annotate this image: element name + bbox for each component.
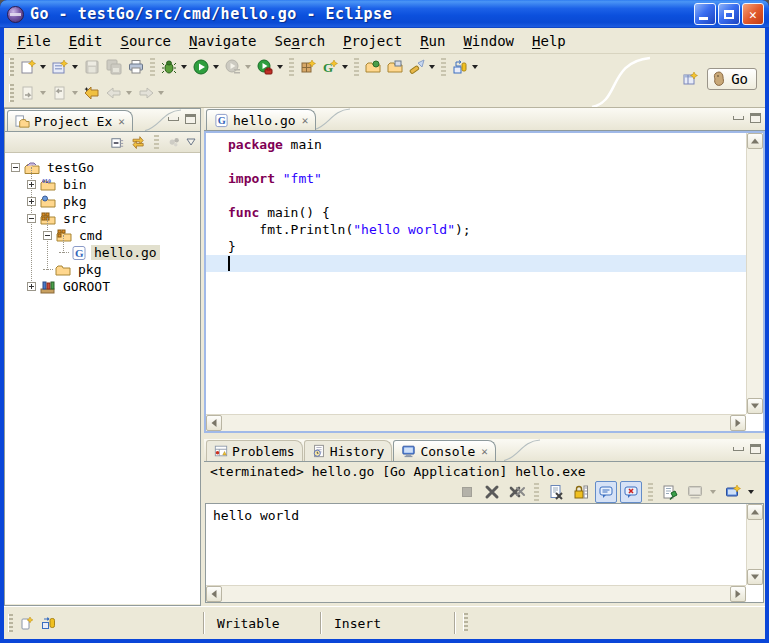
tab-console[interactable]: Console ✕ [393,440,495,461]
next-annotation-button[interactable] [17,82,39,104]
terminate-button[interactable] [456,481,478,503]
maximize-view-button[interactable] [750,113,761,123]
maximize-view-button[interactable] [185,114,196,124]
show-stdout-button[interactable] [595,481,617,503]
scroll-down-button[interactable] [747,569,763,585]
code-content[interactable]: package main import "fmt" func main() { … [206,133,746,414]
forward-button[interactable] [135,82,157,104]
go-perspective-button[interactable]: Go [707,68,757,90]
console-output-area[interactable]: hello world [205,503,764,603]
menu-navigate[interactable]: Navigate [180,31,265,51]
link-with-editor-icon[interactable] [130,135,146,150]
console-vertical-scrollbar[interactable] [746,504,763,585]
build-sync-button[interactable] [38,612,60,634]
open-godoc-button[interactable] [362,56,384,78]
scroll-down-button[interactable] [747,398,763,414]
close-icon[interactable]: ✕ [302,114,309,127]
collapse-expander-icon[interactable] [27,214,36,223]
back-dropdown[interactable] [126,91,132,95]
scroll-up-button[interactable] [747,504,763,520]
tree-item-testgo[interactable]: testGo [5,159,200,176]
fast-view-button[interactable] [16,612,38,634]
external-tools-button[interactable] [254,56,276,78]
forward-dropdown[interactable] [158,91,164,95]
tree-item-hello-go[interactable]: G hello.go [5,244,200,261]
display-console-button[interactable] [684,481,706,503]
tree-item-goroot[interactable]: GOROOT [5,278,200,295]
editor-vertical-scrollbar[interactable] [746,133,763,414]
scroll-right-button[interactable] [730,415,746,431]
run-config-button[interactable] [222,56,244,78]
view-filter-icon[interactable] [167,135,181,149]
open-perspective-button[interactable] [679,68,701,90]
previous-annotation-button[interactable] [49,82,71,104]
tab-history[interactable]: History [304,440,393,461]
scroll-lock-button[interactable] [570,481,592,503]
tree-item-cmd[interactable]: cmd [5,227,200,244]
tab-project-explorer[interactable]: Project Ex ✕ [7,110,133,131]
previous-annotation-dropdown[interactable] [72,91,78,95]
expand-expander-icon[interactable] [27,282,36,291]
pin-console-button[interactable] [659,481,681,503]
editor-horizontal-scrollbar[interactable] [206,414,746,431]
new-go-element-button[interactable] [49,56,71,78]
clear-console-button[interactable] [545,481,567,503]
debug-dropdown[interactable] [181,65,187,69]
menu-file[interactable]: File [8,31,60,51]
menu-run[interactable]: Run [411,31,454,51]
statusbar-grip[interactable] [8,614,13,632]
open-console-button[interactable] [722,481,744,503]
code-editor[interactable]: package main import "fmt" func main() { … [204,131,765,433]
menu-help[interactable]: Help [523,31,575,51]
next-annotation-dropdown[interactable] [40,91,46,95]
expand-expander-icon[interactable] [27,197,36,206]
menu-window[interactable]: Window [454,31,523,51]
maximize-view-button[interactable] [750,444,761,454]
tree-item-src[interactable]: src [5,210,200,227]
minimize-button[interactable] [694,3,716,25]
new-go-element-dropdown[interactable] [72,65,78,69]
menu-search[interactable]: Search [266,31,335,51]
minimize-view-button[interactable] [733,116,744,120]
collapse-expander-icon[interactable] [11,163,20,172]
toggle-annotations-dropdown[interactable] [472,65,478,69]
show-stderr-button[interactable] [620,481,642,503]
scroll-up-button[interactable] [747,133,763,149]
tab-problems[interactable]: Problems [206,440,303,461]
tree-item-bin[interactable]: 010 bin [5,176,200,193]
toolbar-grip[interactable] [9,58,14,76]
run-button[interactable] [190,56,212,78]
scroll-left-button[interactable] [206,586,222,602]
display-console-dropdown[interactable] [710,490,716,494]
expand-expander-icon[interactable] [27,180,36,189]
statusbar-grip-2[interactable] [463,613,468,631]
toggle-annotations-button[interactable] [449,56,471,78]
menu-project[interactable]: Project [334,31,411,51]
open-package-button[interactable] [384,56,406,78]
save-button[interactable] [81,56,103,78]
collapse-expander-icon[interactable] [43,231,52,240]
scroll-left-button[interactable] [206,415,222,431]
go-element-button[interactable]: G [319,56,341,78]
search-button[interactable] [406,56,428,78]
close-icon[interactable]: ✕ [481,445,488,458]
maximize-button[interactable] [718,3,740,25]
view-menu-icon[interactable] [186,138,196,146]
menu-edit[interactable]: Edit [60,31,112,51]
run-dropdown[interactable] [213,65,219,69]
collapse-all-icon[interactable] [110,135,125,150]
external-tools-dropdown[interactable] [277,65,283,69]
tree-item-pkg[interactable]: pkg [5,193,200,210]
new-dropdown[interactable] [40,65,46,69]
new-button[interactable] [17,56,39,78]
go-element-dropdown[interactable] [342,65,348,69]
last-edit-location-button[interactable] [81,82,103,104]
tab-hello-go[interactable]: G hello.go ✕ [206,109,316,130]
scroll-right-button[interactable] [730,586,746,602]
remove-launch-button[interactable] [481,481,503,503]
debug-button[interactable] [158,56,180,78]
print-button[interactable] [125,56,147,78]
menu-source[interactable]: Source [111,31,180,51]
open-console-dropdown[interactable] [748,490,754,494]
minimize-view-button[interactable] [733,447,744,451]
